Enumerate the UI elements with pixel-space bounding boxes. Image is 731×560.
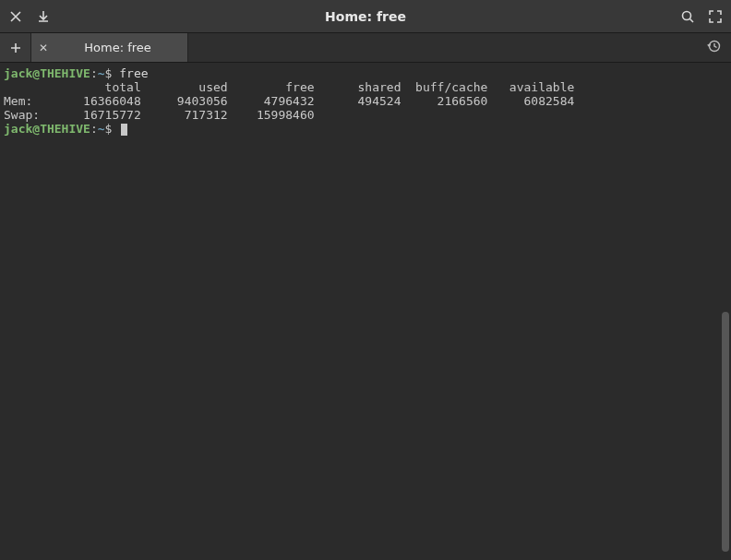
tab-home-free[interactable]: ✕ Home: free: [31, 33, 188, 62]
prompt-sep-2: :: [90, 122, 98, 136]
tab-close-icon[interactable]: ✕: [39, 42, 48, 54]
scrollbar[interactable]: [722, 312, 729, 552]
prompt-user: jack@THEHIVE: [4, 66, 90, 80]
titlebar-left: [7, 8, 52, 25]
terminal[interactable]: jack@THEHIVE:~$ free total used free sha…: [0, 63, 731, 560]
prompt-dollar-2: $: [105, 122, 113, 136]
cursor: [121, 124, 127, 136]
prompt-path: ~: [98, 66, 105, 80]
tabbar-rest: [188, 33, 731, 62]
prompt-path-2: ~: [98, 122, 105, 136]
prompt-user-2: jack@THEHIVE: [4, 122, 90, 136]
titlebar: Home: free: [0, 0, 731, 33]
titlebar-right: [679, 8, 724, 25]
output-swap: Swap: 16715772 717312 15998460: [4, 108, 315, 122]
tab-label: Home: free: [57, 41, 178, 54]
search-icon[interactable]: [679, 8, 696, 25]
output-mem: Mem: 16366048 9403056 4796432 494524 216…: [4, 94, 574, 108]
tabbar: ✕ Home: free: [0, 33, 731, 63]
command: free: [119, 66, 148, 80]
prompt-sep: :: [90, 66, 98, 80]
window-title: Home: free: [63, 9, 668, 24]
new-tab-button[interactable]: [0, 33, 31, 62]
history-icon[interactable]: [707, 39, 722, 56]
close-icon[interactable]: [7, 8, 24, 25]
svg-point-0: [683, 11, 691, 19]
expand-icon[interactable]: [707, 8, 724, 25]
prompt-dollar: $: [105, 66, 113, 80]
output-header: total used free shared buff/cache availa…: [4, 80, 574, 94]
download-icon[interactable]: [35, 8, 52, 25]
